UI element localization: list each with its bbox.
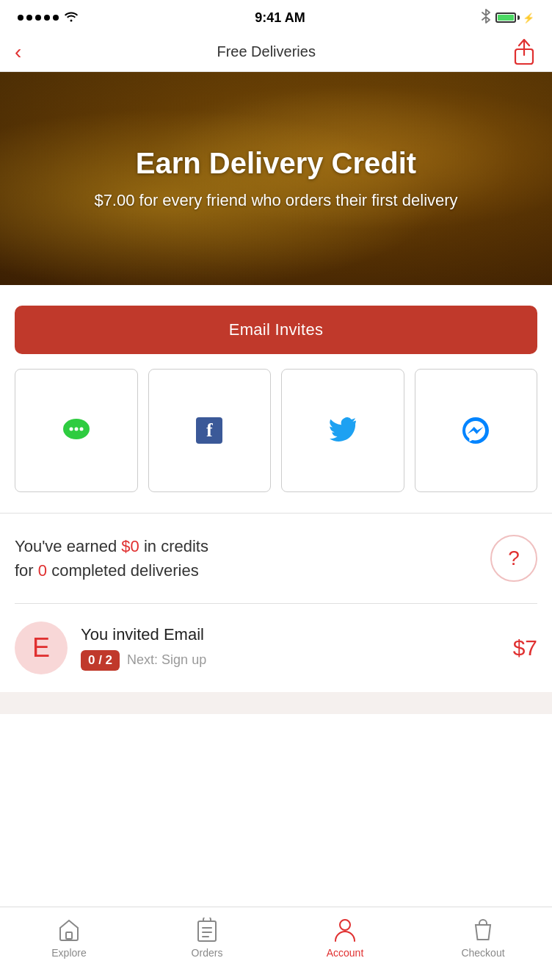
battery-icon: ⚡ [495, 12, 534, 24]
status-left [18, 10, 79, 26]
email-invites-button[interactable]: Email Invites [15, 306, 537, 354]
messenger-button[interactable] [415, 369, 538, 492]
social-buttons-row: f [15, 369, 537, 492]
tab-explore-label: Explore [51, 947, 86, 959]
wifi-icon [63, 10, 79, 26]
invite-next-step: Next: Sign up [127, 652, 206, 668]
main-content: Email Invites f [0, 306, 552, 692]
page-title: Free Deliveries [217, 43, 315, 60]
hero-subtitle: $7.00 for every friend who orders their … [94, 190, 457, 212]
tab-orders-label: Orders [192, 947, 223, 959]
nav-bar: ‹ Free Deliveries [0, 32, 552, 72]
tab-account[interactable]: Account [276, 918, 414, 959]
svg-point-11 [340, 920, 350, 930]
twitter-icon [328, 417, 357, 444]
signal-dots [18, 15, 59, 21]
credits-section: You've earned $0 in credits for 0 comple… [15, 514, 537, 604]
twitter-button[interactable] [281, 369, 404, 492]
credits-amount: $0 [121, 537, 139, 555]
status-right: ⚡ [481, 9, 534, 26]
invite-details: You invited Email 0 / 2 Next: Sign up [81, 625, 500, 671]
bluetooth-icon [481, 9, 491, 26]
svg-point-4 [79, 427, 83, 430]
hero-banner: Earn Delivery Credit $7.00 for every fri… [0, 72, 552, 285]
tab-explore[interactable]: Explore [0, 918, 138, 959]
tab-spacer [0, 692, 552, 714]
share-button[interactable] [511, 39, 537, 65]
svg-rect-6 [66, 932, 72, 939]
tab-account-label: Account [327, 947, 364, 959]
bag-icon [471, 918, 495, 943]
status-bar: 9:41 AM ⚡ [0, 0, 552, 32]
clipboard-icon [196, 918, 218, 943]
sms-button[interactable] [15, 369, 138, 492]
tab-orders[interactable]: Orders [138, 918, 276, 959]
facebook-button[interactable]: f [148, 369, 272, 492]
facebook-icon: f [196, 417, 222, 444]
invite-avatar: E [15, 621, 68, 674]
share-icon [512, 39, 536, 65]
invite-progress-row: 0 / 2 Next: Sign up [81, 650, 500, 671]
invite-avatar-letter: E [32, 633, 50, 663]
tab-checkout[interactable]: Checkout [414, 918, 552, 959]
sms-icon [61, 417, 92, 444]
help-button[interactable]: ? [490, 535, 537, 582]
svg-point-2 [69, 427, 73, 430]
invite-item: E You invited Email 0 / 2 Next: Sign up … [15, 604, 537, 692]
credits-deliveries-count: 0 [38, 561, 47, 580]
hero-title: Earn Delivery Credit [94, 145, 457, 181]
home-icon [57, 918, 81, 943]
tab-checkout-label: Checkout [461, 947, 504, 959]
messenger-icon [461, 416, 490, 445]
credits-text: You've earned $0 in credits for 0 comple… [15, 534, 208, 583]
tab-bar: Explore Orders Account Checkout [0, 907, 552, 980]
invite-progress-badge: 0 / 2 [81, 650, 120, 671]
svg-point-3 [74, 427, 78, 430]
hero-text: Earn Delivery Credit $7.00 for every fri… [65, 145, 487, 212]
account-icon [333, 918, 357, 943]
invite-name: You invited Email [81, 625, 500, 644]
status-time: 9:41 AM [255, 10, 305, 26]
invite-reward: $7 [513, 635, 537, 660]
svg-rect-7 [198, 921, 216, 941]
back-button[interactable]: ‹ [15, 42, 21, 62]
